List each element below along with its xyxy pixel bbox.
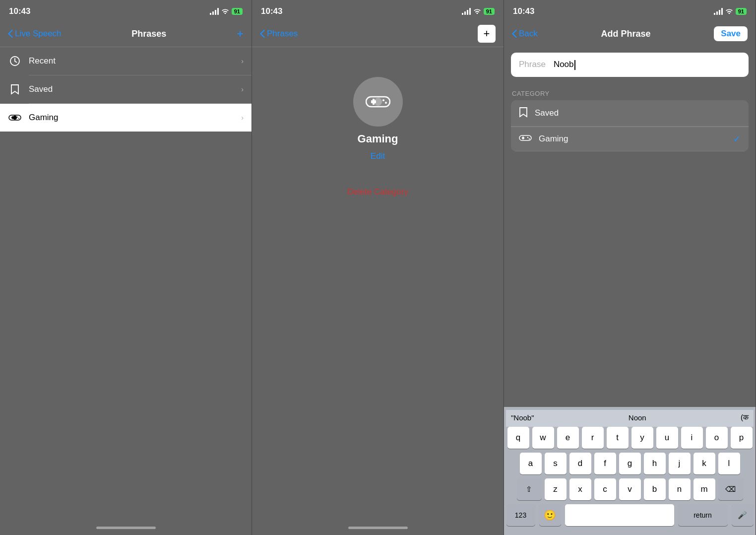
panel-phrases: 10:43 91 Live Speech Phrases +: [0, 0, 252, 535]
status-icons-3: 91: [714, 7, 747, 15]
key-g[interactable]: g: [619, 453, 641, 474]
home-indicator-2: [252, 520, 504, 535]
panel-add-phrase: 10:43 91 Back Add Phrase Save Phrase: [504, 0, 756, 535]
home-indicator-1: [0, 520, 252, 535]
svg-point-11: [382, 99, 384, 101]
nav-title-3: Add Phrase: [601, 29, 651, 39]
key-c[interactable]: c: [594, 478, 616, 500]
key-o[interactable]: o: [706, 427, 728, 449]
key-a[interactable]: a: [520, 453, 542, 474]
add-button-1[interactable]: +: [237, 27, 244, 41]
category-gaming-label: Gaming: [539, 134, 726, 144]
key-w[interactable]: w: [532, 427, 554, 449]
key-x[interactable]: x: [569, 478, 591, 500]
recent-label: Recent: [29, 56, 234, 66]
gaming-category-view: Gaming Edit Delete Category: [252, 47, 504, 197]
category-saved-label: Saved: [535, 108, 741, 118]
wifi-icon-1: [221, 7, 229, 15]
emoji-key[interactable]: 🙂: [539, 504, 561, 526]
back-button-2[interactable]: Phrases: [260, 29, 298, 39]
key-q[interactable]: q: [507, 427, 529, 449]
svg-rect-13: [519, 135, 531, 140]
save-button[interactable]: Save: [714, 26, 748, 41]
key-h[interactable]: h: [644, 453, 666, 474]
key-y[interactable]: y: [631, 427, 653, 449]
key-r[interactable]: r: [582, 427, 604, 449]
category-option-gaming[interactable]: Gaming ✓: [511, 127, 749, 151]
phrase-label: Phrase: [519, 60, 546, 69]
return-key[interactable]: return: [678, 504, 728, 526]
category-option-saved[interactable]: Saved: [511, 100, 749, 127]
signal-icon-1: [210, 8, 219, 15]
chevron-recent: ›: [241, 57, 244, 65]
key-u[interactable]: u: [656, 427, 678, 449]
back-button-1[interactable]: Live Speech: [8, 29, 62, 39]
nav-bar-1: Live Speech Phrases +: [0, 21, 252, 47]
numbers-key[interactable]: 123: [506, 504, 535, 526]
keyboard-row-4: 123 🙂 return 🎤: [506, 504, 754, 526]
svg-point-6: [18, 118, 19, 119]
key-l[interactable]: l: [718, 453, 740, 474]
status-time-2: 10:43: [261, 6, 282, 16]
suggestion-noob[interactable]: "Noob": [511, 413, 534, 422]
chevron-gaming: ›: [241, 114, 244, 122]
gaming-label-1: Gaming: [29, 113, 234, 123]
space-key[interactable]: [565, 504, 674, 526]
key-f[interactable]: f: [594, 453, 616, 474]
category-options-list: Saved Gaming ✓: [511, 100, 749, 151]
key-i[interactable]: i: [681, 427, 703, 449]
svg-point-17: [529, 138, 530, 139]
keyboard-row-1: q w e r t y u i o p: [506, 427, 754, 449]
check-icon: ✓: [733, 134, 741, 144]
saved-label: Saved: [29, 84, 234, 94]
home-bar-1: [96, 527, 156, 529]
key-v[interactable]: v: [619, 478, 641, 500]
status-icons-1: 91: [210, 7, 243, 15]
home-bar-2: [348, 527, 408, 529]
status-time-1: 10:43: [9, 6, 30, 16]
suggestion-special[interactable]: (क: [741, 413, 749, 422]
category-avatar: [353, 77, 403, 127]
key-t[interactable]: t: [607, 427, 629, 449]
gamepad-icon-2: [519, 134, 532, 144]
list-item-recent[interactable]: Recent ›: [0, 47, 252, 75]
key-p[interactable]: p: [731, 427, 753, 449]
key-m[interactable]: m: [693, 478, 715, 500]
delete-category-button[interactable]: Delete Category: [347, 187, 408, 197]
wifi-icon-2: [473, 7, 481, 15]
list-item-saved[interactable]: Saved ›: [0, 75, 252, 103]
back-button-3[interactable]: Back: [512, 29, 538, 39]
gamepad-icon-1: [8, 111, 22, 125]
status-bar-3: 10:43 91: [504, 0, 756, 21]
key-b[interactable]: b: [644, 478, 666, 500]
key-n[interactable]: n: [669, 478, 691, 500]
shift-key[interactable]: ⇧: [517, 478, 542, 500]
nav-bar-2: Phrases +: [252, 21, 504, 47]
svg-rect-15: [523, 136, 524, 139]
cursor: [574, 60, 575, 70]
nav-bar-3: Back Add Phrase Save: [504, 21, 756, 47]
delete-key[interactable]: ⌫: [718, 478, 743, 500]
keyboard-row-2: a s d f g h j k l: [506, 453, 754, 474]
key-e[interactable]: e: [557, 427, 579, 449]
back-label-2: Phrases: [267, 29, 298, 39]
clock-icon: [8, 54, 22, 68]
add-button-2[interactable]: +: [478, 25, 496, 43]
key-k[interactable]: k: [693, 453, 715, 474]
back-label-3: Back: [519, 29, 538, 39]
category-section-header: CATEGORY: [504, 83, 756, 100]
list-item-gaming[interactable]: Gaming ›: [0, 104, 252, 132]
phrase-text-input[interactable]: Noob: [554, 60, 741, 70]
suggestion-noon[interactable]: Noon: [629, 413, 646, 422]
category-edit-button[interactable]: Edit: [371, 151, 385, 161]
keyboard-suggestions: "Noob" Noon (क: [506, 410, 754, 427]
key-s[interactable]: s: [545, 453, 567, 474]
battery-icon-1: 91: [232, 8, 243, 15]
key-d[interactable]: d: [569, 453, 591, 474]
battery-icon-2: 91: [484, 8, 495, 15]
key-z[interactable]: z: [545, 478, 567, 500]
svg-point-12: [385, 102, 387, 104]
status-time-3: 10:43: [513, 6, 534, 16]
mic-key[interactable]: 🎤: [732, 504, 754, 526]
key-j[interactable]: j: [669, 453, 691, 474]
